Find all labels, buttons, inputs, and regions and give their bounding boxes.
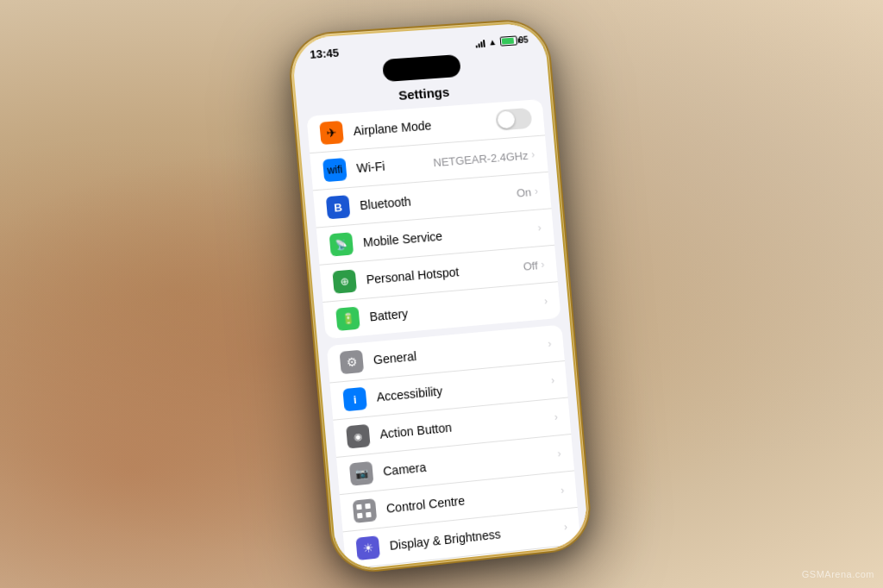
signal-bars <box>475 38 485 47</box>
watermark: GSMArena.com <box>802 569 874 579</box>
camera-arrow: › <box>557 447 561 460</box>
wifi-icon: wifi <box>323 158 348 182</box>
general-arrow: › <box>548 338 552 350</box>
mobile-service-arrow: › <box>537 222 542 234</box>
status-time: 13:45 <box>310 47 340 61</box>
signal-bar-1 <box>476 45 478 47</box>
camera-icon: 📷 <box>349 461 373 486</box>
device-section: ⚙ General › i Accessibility › ◉ Action B… <box>327 325 590 572</box>
status-icons: ▲ 95 <box>475 35 529 48</box>
control-centre-label: Control Centre <box>385 484 561 516</box>
settings-scroll[interactable]: ✈ Airplane Mode wifi Wi-Fi NETGEAR-2.4GH… <box>297 98 589 572</box>
accessibility-label: Accessibility <box>376 374 552 404</box>
battery-text: 95 <box>518 35 529 46</box>
signal-bar-4 <box>483 39 485 47</box>
wifi-arrow: › <box>531 148 535 160</box>
airplane-mode-icon: ✈ <box>319 121 344 145</box>
action-button-icon: ◉ <box>346 424 371 449</box>
camera-label: Camera <box>383 447 559 479</box>
battery-box <box>499 35 517 46</box>
display-brightness-icon: ☀ <box>355 535 379 560</box>
connectivity-section: ✈ Airplane Mode wifi Wi-Fi NETGEAR-2.4GH… <box>306 99 560 339</box>
airplane-mode-knob <box>497 110 515 128</box>
battery-indicator: 95 <box>499 35 528 47</box>
general-label: General <box>373 337 548 367</box>
phone-screen: 13:45 ▲ 95 <box>291 22 589 571</box>
display-brightness-label: Display & Brightness <box>389 521 565 553</box>
airplane-mode-label: Airplane Mode <box>353 114 497 138</box>
battery-arrow: › <box>544 295 548 307</box>
accessibility-arrow: › <box>551 374 555 386</box>
display-brightness-arrow: › <box>563 521 567 533</box>
mobile-service-icon: 📡 <box>329 232 354 256</box>
battery-fill <box>502 38 515 45</box>
personal-hotspot-label: Personal Hotspot <box>366 260 523 287</box>
control-centre-arrow: › <box>560 485 565 497</box>
wifi-value: NETGEAR-2.4GHz <box>433 148 529 168</box>
bluetooth-arrow: › <box>534 185 538 197</box>
personal-hotspot-value: Off <box>523 259 538 272</box>
personal-hotspot-icon: ⊕ <box>332 269 357 293</box>
wifi-status-icon: ▲ <box>488 37 498 47</box>
phone-device: 13:45 ▲ 95 <box>288 19 592 574</box>
accessibility-icon: i <box>342 387 367 412</box>
action-button-arrow: › <box>554 411 558 423</box>
personal-hotspot-arrow: › <box>541 259 545 271</box>
airplane-mode-toggle[interactable] <box>495 108 532 131</box>
general-icon: ⚙ <box>340 350 365 375</box>
action-button-label: Action Button <box>379 410 555 441</box>
phone-inner: 13:45 ▲ 95 <box>291 22 589 571</box>
bluetooth-value: On <box>516 185 531 199</box>
control-centre-icon <box>353 498 377 523</box>
battery-row-icon: 🔋 <box>335 307 360 331</box>
bluetooth-icon: B <box>326 195 351 219</box>
phone-frame: 13:45 ▲ 95 <box>288 19 592 574</box>
bluetooth-label: Bluetooth <box>360 186 517 213</box>
mobile-service-label: Mobile Service <box>362 222 538 250</box>
battery-label: Battery <box>369 295 545 324</box>
wifi-label: Wi-Fi <box>356 155 434 175</box>
dynamic-island <box>382 54 461 82</box>
signal-bar-2 <box>478 43 479 47</box>
